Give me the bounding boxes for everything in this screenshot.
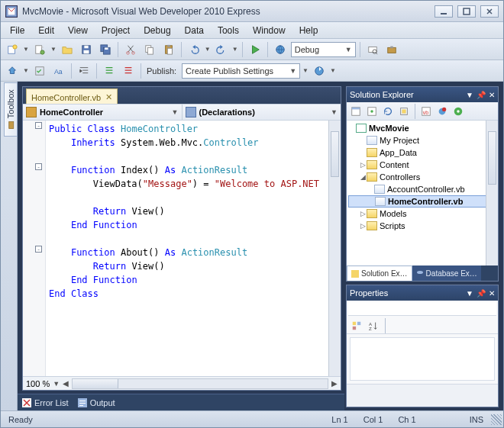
find-button[interactable] xyxy=(364,41,381,58)
add-item-button[interactable] xyxy=(31,41,48,58)
publish-target-combo[interactable]: Create Publish Settings▼ xyxy=(182,63,300,79)
output-tab[interactable]: Output xyxy=(78,398,115,407)
redo-button[interactable] xyxy=(213,41,230,58)
expand-toggle[interactable]: ▷ xyxy=(359,210,367,217)
solution-tree[interactable]: MvcMovie My Project App_Data ▷Content ◢C… xyxy=(347,121,498,265)
svg-text:Z: Z xyxy=(369,326,372,331)
browser-select-button[interactable] xyxy=(272,41,289,58)
pin-icon[interactable]: 📌 xyxy=(477,91,486,99)
configuration-combo[interactable]: Debug▼ xyxy=(291,42,356,57)
code-editor[interactable]: Public Class HomeController Inherits Sys… xyxy=(46,121,328,376)
svg-text:Aa: Aa xyxy=(54,67,63,75)
error-list-tab[interactable]: Error List xyxy=(22,398,69,407)
properties-title: Properties xyxy=(350,288,463,298)
publish-web-button[interactable] xyxy=(311,63,328,79)
menu-debug[interactable]: Debug xyxy=(137,24,176,37)
properties-object-combo[interactable] xyxy=(348,302,496,316)
properties-grid[interactable] xyxy=(350,337,495,381)
status-line: Ln 1 xyxy=(324,415,355,424)
collapse-toggle[interactable]: ◢ xyxy=(359,173,367,181)
solution-toolbar: vb xyxy=(347,102,498,121)
show-all-button[interactable] xyxy=(365,105,379,118)
tree-vscrollbar[interactable] xyxy=(486,121,498,265)
menu-window[interactable]: Window xyxy=(247,24,292,37)
new-project-button[interactable] xyxy=(4,41,21,58)
panel-close-icon[interactable]: ✕ xyxy=(489,289,495,298)
asp-config-button[interactable] xyxy=(451,105,465,118)
save-all-button[interactable] xyxy=(97,41,114,58)
close-button[interactable] xyxy=(480,5,499,18)
editor-panel: HomeController.vb ✕ HomeController ▼ (De… xyxy=(22,86,341,391)
tb2-btn1[interactable] xyxy=(4,63,21,79)
open-file-button[interactable] xyxy=(59,41,76,58)
editor-hscrollbar[interactable] xyxy=(72,378,328,389)
menu-view[interactable]: View xyxy=(62,24,94,37)
menu-project[interactable]: Project xyxy=(95,24,136,37)
class-dropdown[interactable]: HomeController ▼ xyxy=(23,105,183,120)
properties-button[interactable] xyxy=(349,105,363,118)
fold-toggle[interactable]: - xyxy=(35,163,42,170)
panel-dropdown-icon[interactable]: ▼ xyxy=(466,91,473,99)
left-dock: Toolbox xyxy=(1,82,18,410)
cut-button[interactable] xyxy=(122,41,139,58)
pin-icon[interactable]: 📌 xyxy=(477,289,486,298)
statusbar: Ready Ln 1 Col 1 Ch 1 INS xyxy=(1,410,503,427)
editor-vscrollbar[interactable] xyxy=(328,121,341,376)
status-column: Col 1 xyxy=(356,415,391,424)
tb2-btn2[interactable] xyxy=(31,63,48,79)
svg-text:vb: vb xyxy=(423,109,429,114)
solution-explorer-tab[interactable]: Solution Ex… xyxy=(347,265,412,281)
maximize-button[interactable] xyxy=(457,5,476,18)
svg-rect-49 xyxy=(357,321,360,324)
menu-edit[interactable]: Edit xyxy=(32,24,60,37)
toolbox-tab[interactable]: Toolbox xyxy=(4,82,18,137)
save-button[interactable] xyxy=(78,41,95,58)
svg-point-45 xyxy=(457,110,460,113)
menu-data[interactable]: Data xyxy=(179,24,210,37)
folder-icon xyxy=(367,221,377,230)
panel-close-icon[interactable]: ✕ xyxy=(489,91,495,99)
zoom-level[interactable]: 100 % xyxy=(26,379,50,388)
nest-button[interactable] xyxy=(397,105,411,118)
document-tabstrip: HomeController.vb ✕ xyxy=(23,87,341,104)
categorized-button[interactable] xyxy=(350,319,363,333)
fold-toggle[interactable]: - xyxy=(35,122,42,129)
paste-button[interactable] xyxy=(160,41,177,58)
copy-web-button[interactable] xyxy=(435,105,449,118)
indent-button[interactable] xyxy=(76,63,92,79)
folder-icon xyxy=(367,172,377,182)
menu-file[interactable]: File xyxy=(4,24,31,37)
code-gutter[interactable]: - - - xyxy=(23,121,46,376)
member-dropdown[interactable]: (Declarations) ▼ xyxy=(183,105,341,120)
svg-rect-8 xyxy=(84,45,88,48)
expand-toggle[interactable]: ▷ xyxy=(359,222,367,230)
view-code-button[interactable]: vb xyxy=(419,105,433,118)
project-icon xyxy=(356,124,367,133)
expand-toggle[interactable]: ▷ xyxy=(359,161,367,169)
file-tab-label: HomeController.vb xyxy=(31,93,101,102)
svg-rect-12 xyxy=(105,47,108,50)
tb2-btn3[interactable]: Aa xyxy=(50,63,67,79)
alphabetical-button[interactable]: AZ xyxy=(367,319,380,333)
start-debug-button[interactable] xyxy=(247,41,263,58)
panel-dropdown-icon[interactable]: ▼ xyxy=(466,289,473,298)
refresh-button[interactable] xyxy=(381,105,395,118)
window-title: MvcMovie - Microsoft Visual Web Develope… xyxy=(22,6,435,17)
minimize-button[interactable] xyxy=(435,5,453,18)
svg-rect-48 xyxy=(353,321,356,324)
comment-button[interactable] xyxy=(101,63,118,79)
menu-help[interactable]: Help xyxy=(293,24,325,37)
scroll-left-icon[interactable]: ◀ xyxy=(63,379,69,388)
toolbox-button[interactable] xyxy=(383,41,400,58)
menu-tools[interactable]: Tools xyxy=(212,24,245,37)
uncomment-button[interactable] xyxy=(120,63,137,79)
file-tab-homecontroller[interactable]: HomeController.vb ✕ xyxy=(26,88,118,104)
close-tab-icon[interactable]: ✕ xyxy=(105,92,112,102)
undo-button[interactable] xyxy=(186,41,202,58)
database-explorer-tab[interactable]: Database Ex… xyxy=(412,265,481,281)
scroll-right-icon[interactable]: ▶ xyxy=(331,379,338,388)
resize-grip[interactable] xyxy=(491,414,502,425)
status-char: Ch 1 xyxy=(390,415,423,424)
fold-toggle[interactable]: - xyxy=(35,246,42,253)
copy-button[interactable] xyxy=(141,41,158,58)
